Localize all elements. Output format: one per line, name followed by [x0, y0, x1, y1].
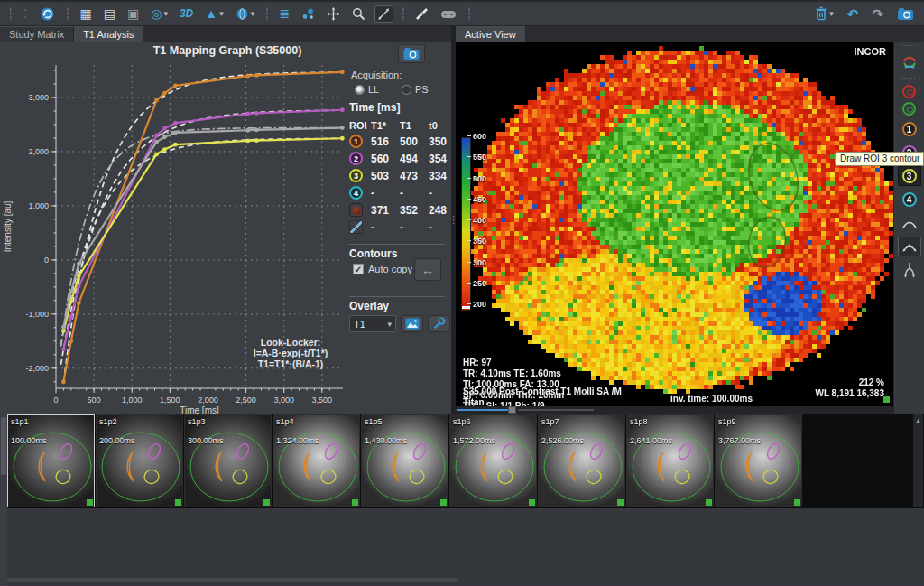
thumbnail-selected-handle[interactable] [794, 499, 800, 506]
line-arrows-icon [377, 7, 391, 21]
delete-contours-button[interactable]: ▾ [812, 5, 836, 23]
mpr-cone-button[interactable]: ▲ ▾ [202, 5, 226, 22]
ruler-button[interactable] [412, 5, 431, 23]
molecule-button[interactable] [299, 5, 318, 23]
acquisition-radio-ps[interactable]: PS [402, 84, 429, 95]
series-thumbnail[interactable]: s1p6 1,572.00ms [449, 414, 537, 507]
roi-badge-icon[interactable] [349, 203, 363, 217]
viewer-mode-button[interactable]: ◎ ▾ [148, 5, 171, 22]
left-tab[interactable]: Study Matrix [0, 26, 74, 42]
radio-icon[interactable] [355, 85, 365, 95]
thumbnail-selected-handle[interactable] [352, 499, 358, 506]
radio-label: LL [368, 84, 379, 95]
copy-contours-button[interactable]: ↔ [414, 258, 441, 281]
viewer-tabbar: Active View [456, 26, 924, 42]
table-row[interactable]: 2 560 494 354 [349, 150, 447, 167]
acquisition-radio-ll[interactable]: LL [355, 84, 379, 95]
toolbar-grip[interactable]: ····· [901, 43, 917, 49]
series-thumbnail[interactable]: s1p5 1,430.00ms [361, 414, 448, 507]
endo-contour-button[interactable] [902, 85, 916, 98]
roi-badge-icon[interactable]: 2 [349, 152, 363, 165]
image-viewport[interactable]: INCOR 600550500450400350300250200 HR: 97… [456, 42, 893, 406]
scroll-up-icon[interactable]: ▴ [913, 414, 923, 424]
epi-contour-button[interactable] [902, 102, 916, 116]
scrollbar-thumb[interactable] [1, 417, 6, 475]
layers-icon: ≣ [279, 7, 290, 20]
checkbox-icon[interactable]: ✓ [353, 264, 364, 274]
horizontal-scrollbar[interactable] [7, 578, 458, 582]
series-filmstrip: s1p1 100.00ms s1p2 200.00ms [0, 414, 924, 508]
toolbar-grip[interactable]: ┆ [64, 8, 70, 19]
viewport-selected-handle[interactable] [883, 396, 890, 403]
left-scrollbar[interactable] [0, 414, 7, 586]
toolbar-grip[interactable]: ┆ [400, 8, 406, 19]
roi-badge-icon[interactable]: 3 [349, 169, 363, 182]
slider-handle[interactable] [508, 406, 516, 414]
series-layout-button[interactable]: ▤ [101, 5, 118, 22]
t1star-value: 371 [371, 204, 400, 217]
series-thumbnail[interactable]: s1p1 100.00ms [7, 414, 95, 507]
tab-active-view[interactable]: Active View [456, 26, 526, 42]
colormap-button[interactable] [401, 315, 423, 332]
thumbnail-selected-handle[interactable] [440, 499, 447, 506]
thumbnail-selected-handle[interactable] [87, 499, 93, 506]
gamepad-button[interactable] [438, 6, 459, 22]
contour-set-button[interactable] [898, 52, 921, 72]
slider-track[interactable] [518, 409, 594, 411]
orientation-globe-button[interactable]: ▾ [233, 5, 258, 23]
pan-button[interactable] [324, 5, 343, 23]
overlay-select[interactable]: T1 ▾ [349, 315, 396, 332]
thumbnail-selected-handle[interactable] [529, 499, 535, 506]
draw-roi-button[interactable]: 1 [898, 119, 921, 139]
toolbar-grip[interactable]: ┆ [7, 8, 14, 19]
series-thumbnail[interactable]: s1p4 1,324.00ms [273, 414, 360, 507]
thumbnail-selected-handle[interactable] [263, 499, 270, 506]
draw-roi-button[interactable]: 4 [898, 190, 921, 209]
toolbar-grip[interactable]: ⋮ [20, 8, 31, 19]
redo-button[interactable]: ↷ [869, 5, 886, 23]
roi-badge-icon[interactable] [349, 220, 363, 234]
thumbnail-time: 1,572.00ms [453, 436, 495, 445]
curve-tool-button[interactable] [898, 213, 921, 233]
auto-copy-checkbox-row[interactable]: ✓ Auto copy [353, 264, 412, 274]
roi-badge-icon[interactable]: 1 [349, 135, 363, 148]
series-thumbnail[interactable]: s1p9 3,767.00ms [715, 414, 802, 507]
thumbnail-selected-handle[interactable] [175, 499, 181, 506]
draw-roi-tooltip: Draw ROI 3 contour [836, 152, 924, 166]
table-row[interactable]: 4 - - - [349, 184, 447, 201]
stack-layers-button[interactable]: ≣ [276, 5, 292, 22]
left-tab[interactable]: T1 Analysis [74, 26, 143, 42]
report-button[interactable]: ▦ [77, 5, 94, 22]
home-button[interactable] [37, 5, 58, 23]
t0-value: 350 [429, 135, 448, 148]
thumbnail-selected-handle[interactable] [617, 499, 624, 506]
anchor-tool-button[interactable] [898, 260, 921, 280]
series-thumbnail[interactable]: s1p8 2,641.00ms [626, 414, 714, 507]
series-thumbnail[interactable]: s1p2 200.00ms [96, 414, 183, 507]
table-row[interactable]: 371 352 248 [349, 201, 447, 219]
protocol-layout-button[interactable]: ▣ [125, 5, 142, 22]
toolbar-grip[interactable]: ┆ [466, 8, 472, 19]
svg-text:T1 Mapping Graph (S35000): T1 Mapping Graph (S35000) [153, 44, 302, 57]
overlay-settings-button[interactable] [428, 315, 450, 332]
toolbar-grip[interactable]: ┆ [263, 8, 270, 19]
series-thumbnail[interactable]: s1p3 300.00ms [184, 414, 272, 507]
series-thumbnail[interactable]: s1p7 2,526.00ms [538, 414, 625, 507]
3d-button[interactable]: 3D [177, 5, 196, 22]
radio-icon[interactable] [402, 85, 411, 95]
zoom-tool-button[interactable] [349, 5, 368, 23]
snapshot-button[interactable] [894, 5, 917, 23]
line-profile-tool-button[interactable] [374, 5, 393, 23]
roi-badge-icon[interactable]: 4 [349, 186, 363, 200]
draw-roi-button[interactable]: 3 [898, 166, 921, 186]
thumbnail-selected-handle[interactable] [706, 499, 712, 506]
phase-slider[interactable] [456, 406, 893, 414]
filmstrip-scrollbar[interactable]: ▴ [913, 414, 923, 507]
curve-arrows-tool-button[interactable] [898, 237, 921, 256]
table-row[interactable]: 3 503 473 334 [349, 167, 447, 184]
toolbar-grip[interactable]: ····· [901, 76, 917, 81]
undo-button[interactable]: ↶ [845, 5, 862, 23]
table-row[interactable]: - - - [349, 219, 447, 236]
table-row[interactable]: 1 516 500 350 [349, 133, 447, 150]
chart-snapshot-button[interactable] [398, 44, 425, 63]
